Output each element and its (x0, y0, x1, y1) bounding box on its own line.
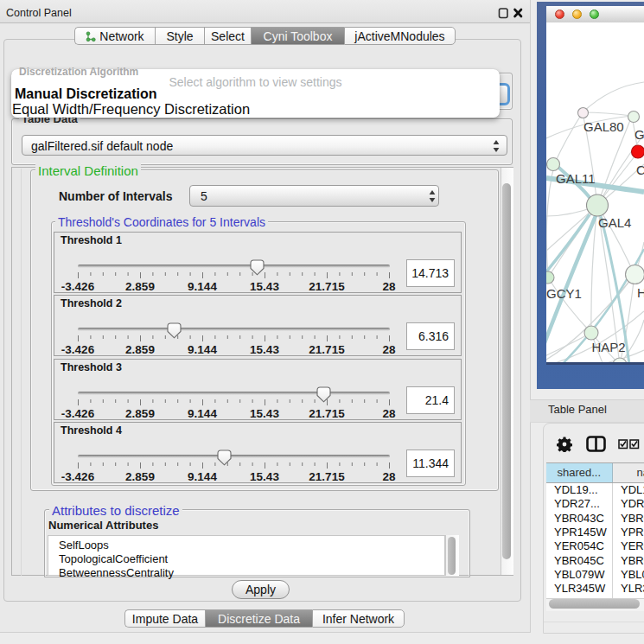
svg-text:GAL80: GAL80 (583, 119, 624, 134)
svg-text:GAL11: GAL11 (556, 171, 596, 186)
svg-text:C: C (636, 163, 644, 177)
svg-text:HAP2: HAP2 (592, 340, 626, 354)
svg-text:H: H (637, 285, 644, 300)
svg-text:GCY1: GCY1 (546, 286, 582, 301)
svg-text:GAL4: GAL4 (598, 215, 631, 230)
svg-text:GA: GA (634, 127, 644, 142)
